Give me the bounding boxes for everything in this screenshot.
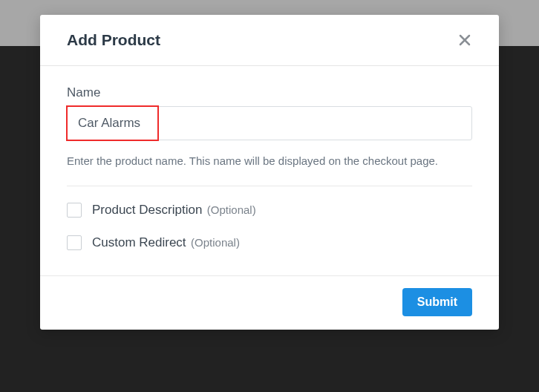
custom-redirect-label: Custom Redirect bbox=[92, 235, 186, 249]
product-description-label-group: Product Description (Optional) bbox=[92, 203, 256, 218]
name-label: Name bbox=[67, 85, 472, 100]
custom-redirect-checkbox[interactable] bbox=[67, 235, 82, 250]
close-button[interactable] bbox=[457, 33, 472, 48]
product-description-label: Product Description bbox=[92, 203, 202, 217]
submit-button[interactable]: Submit bbox=[402, 288, 472, 316]
name-input[interactable] bbox=[67, 106, 472, 140]
custom-redirect-option: Custom Redirect (Optional) bbox=[67, 235, 472, 250]
product-description-option: Product Description (Optional) bbox=[67, 203, 472, 218]
modal-footer: Submit bbox=[40, 275, 499, 330]
modal-title: Add Product bbox=[67, 31, 160, 49]
custom-redirect-suffix: (Optional) bbox=[191, 236, 240, 249]
section-divider bbox=[67, 186, 472, 186]
close-icon bbox=[459, 34, 471, 46]
modal-header: Add Product bbox=[40, 15, 499, 66]
product-description-checkbox[interactable] bbox=[67, 203, 82, 218]
product-description-suffix: (Optional) bbox=[207, 203, 256, 216]
modal-body: Name Enter the product name. This name w… bbox=[40, 66, 499, 275]
name-input-wrap bbox=[67, 106, 472, 140]
add-product-modal: Add Product Name Enter the product name.… bbox=[40, 15, 499, 330]
name-help-text: Enter the product name. This name will b… bbox=[67, 151, 472, 172]
custom-redirect-label-group: Custom Redirect (Optional) bbox=[92, 235, 240, 250]
